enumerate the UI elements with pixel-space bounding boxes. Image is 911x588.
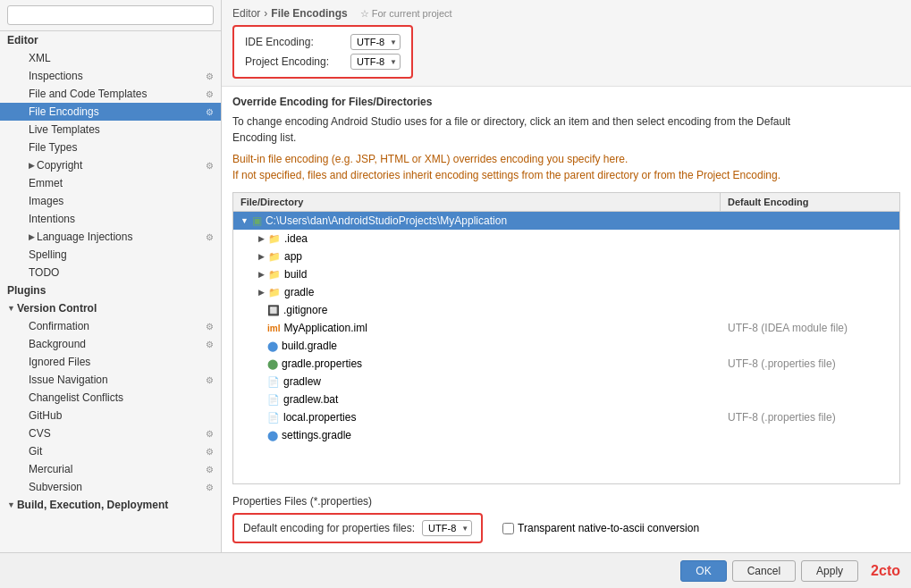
table-row[interactable]: ⬤ build.gradle — [233, 337, 899, 355]
table-row[interactable]: 🔲 .gitignore — [233, 301, 899, 319]
file-name: gradlew.bat — [283, 393, 338, 406]
plugins-section: Plugins — [0, 281, 221, 299]
sidebar-item-spelling[interactable]: Spelling — [0, 246, 221, 264]
build-arrow[interactable]: ▼ — [7, 500, 15, 509]
expand-icon[interactable]: ▼ — [240, 216, 249, 225]
lang-injections-arrow[interactable]: ▶ — [29, 232, 35, 241]
gradle-icon: ⬤ — [267, 340, 278, 352]
iml-icon: iml — [267, 323, 280, 333]
sidebar-item-copyright[interactable]: ▶Copyright⚙ — [0, 156, 221, 174]
sidebar-item-confirmation[interactable]: Confirmation⚙ — [0, 317, 221, 335]
sidebar-item-images[interactable]: Images — [0, 192, 221, 210]
table-row[interactable]: ▶ 📁 .idea — [233, 230, 899, 248]
ok-button[interactable]: OK — [680, 560, 726, 582]
sidebar-item-plugins[interactable]: Plugins — [0, 281, 221, 299]
bat-icon: 📄 — [267, 394, 280, 406]
file-name: .gitignore — [283, 304, 327, 316]
project-encoding-select[interactable]: UTF-8 — [350, 54, 401, 70]
table-header: File/Directory Default Encoding — [233, 193, 899, 212]
file-encoding — [721, 291, 899, 293]
table-row[interactable]: ▶ 📁 app — [233, 248, 899, 265]
sidebar-item-changelist-conflicts[interactable]: Changelist Conflicts — [0, 389, 221, 407]
sidebar-item-todo[interactable]: TODO — [0, 264, 221, 281]
version-control-section: ▼Version Control Confirmation⚙ Backgroun… — [0, 299, 221, 496]
file-name: build.gradle — [282, 340, 337, 352]
sidebar-item-issue-navigation[interactable]: Issue Navigation⚙ — [0, 371, 221, 389]
encoding-settings-box: IDE Encoding: UTF-8 Project Encoding: UT… — [232, 25, 413, 79]
table-row[interactable]: ⬤ settings.gradle — [233, 426, 899, 444]
file-encoding — [721, 345, 899, 347]
transparent-conversion-label: Transparent native-to-ascii conversion — [518, 522, 699, 534]
expand-icon[interactable]: ▶ — [258, 270, 265, 279]
search-input[interactable] — [7, 5, 214, 25]
cancel-button[interactable]: Cancel — [732, 560, 796, 582]
sidebar-item-editor[interactable]: Editor — [0, 31, 221, 49]
ide-encoding-row: IDE Encoding: UTF-8 — [245, 34, 401, 50]
transparent-conversion-row: Transparent native-to-ascii conversion — [502, 522, 699, 534]
sidebar-item-file-types[interactable]: File Types — [0, 139, 221, 156]
expand-icon[interactable]: ▶ — [258, 234, 265, 243]
search-box[interactable] — [0, 0, 221, 31]
table-row[interactable]: 📄 local.properties UTF-8 (.properties fi… — [233, 408, 899, 426]
apply-button[interactable]: Apply — [801, 560, 858, 582]
vc-arrow[interactable]: ▼ — [7, 304, 15, 313]
table-row[interactable]: ▶ 📁 gradle — [233, 283, 899, 301]
file-name: settings.gradle — [282, 429, 351, 441]
file-name: app — [284, 250, 302, 263]
file-encoding: UTF-8 (IDEA module file) — [721, 321, 899, 335]
table-row[interactable]: ▼ ▣ C:\Users\dan\AndroidStudioProjects\M… — [233, 212, 899, 230]
table-row[interactable]: iml MyApplication.iml UTF-8 (IDEA module… — [233, 319, 899, 337]
file-name: build — [284, 268, 307, 281]
transparent-conversion-checkbox[interactable] — [502, 523, 514, 534]
editor-label: Editor — [7, 34, 38, 46]
ide-encoding-select-wrapper[interactable]: UTF-8 — [350, 34, 401, 50]
props-encoding-select-wrapper[interactable]: UTF-8 — [422, 520, 472, 536]
sidebar-item-inspections[interactable]: Inspections⚙ — [0, 67, 221, 85]
sidebar-item-file-code-templates[interactable]: File and Code Templates⚙ — [0, 85, 221, 103]
table-row[interactable]: 📄 gradlew — [233, 373, 899, 391]
expand-icon[interactable]: ▶ — [258, 252, 265, 261]
props-encoding-select[interactable]: UTF-8 — [422, 520, 472, 536]
breadcrumb: Editor › File Encodings ☆ For current pr… — [232, 7, 900, 20]
project-encoding-label: Project Encoding: — [245, 55, 343, 68]
folder-icon: 📁 — [268, 269, 281, 281]
ide-encoding-select[interactable]: UTF-8 — [350, 34, 401, 50]
gradlew-icon: 📄 — [267, 376, 280, 388]
content-header: Editor › File Encodings ☆ For current pr… — [222, 0, 911, 87]
table-row[interactable]: ⬤ gradle.properties UTF-8 (.properties f… — [233, 355, 899, 373]
file-name: C:\Users\dan\AndroidStudioProjects\MyApp… — [266, 214, 507, 227]
sidebar-item-emmet[interactable]: Emmet — [0, 174, 221, 192]
project-encoding-row: Project Encoding: UTF-8 — [245, 54, 401, 70]
project-encoding-select-wrapper[interactable]: UTF-8 — [350, 54, 401, 70]
sidebar-item-intentions[interactable]: Intentions — [0, 210, 221, 228]
sidebar-item-subversion[interactable]: Subversion⚙ — [0, 478, 221, 496]
sidebar-item-file-encodings[interactable]: File Encodings⚙ — [0, 103, 221, 121]
sidebar-item-live-templates[interactable]: Live Templates — [0, 121, 221, 139]
file-encoding — [721, 309, 899, 311]
sidebar-item-mercurial[interactable]: Mercurial⚙ — [0, 460, 221, 478]
folder-icon: ▣ — [252, 214, 262, 227]
properties-encoding-box: Default encoding for properties files: U… — [232, 513, 483, 543]
sidebar-item-ignored-files[interactable]: Ignored Files — [0, 353, 221, 371]
sidebar-item-github[interactable]: GitHub — [0, 407, 221, 424]
build-section: ▼Build, Execution, Deployment — [0, 496, 221, 514]
ide-encoding-label: IDE Encoding: — [245, 36, 343, 48]
sidebar-item-build[interactable]: ▼Build, Execution, Deployment — [0, 496, 221, 514]
sidebar-item-git[interactable]: Git⚙ — [0, 442, 221, 460]
file-name: .idea — [284, 232, 308, 245]
breadcrumb-parent: Editor — [232, 7, 260, 20]
expand-icon[interactable]: ▶ — [258, 288, 265, 297]
sidebar-item-version-control[interactable]: ▼Version Control — [0, 299, 221, 317]
file-name: MyApplication.iml — [283, 322, 367, 334]
sidebar-item-background[interactable]: Background⚙ — [0, 335, 221, 353]
copyright-arrow[interactable]: ▶ — [29, 161, 35, 170]
table-row[interactable]: 📄 gradlew.bat — [233, 391, 899, 408]
props-encoding-label: Default encoding for properties files: — [243, 522, 415, 534]
table-row[interactable]: ▶ 📁 build — [233, 265, 899, 283]
sidebar-item-lang-injections[interactable]: ▶Language Injections⚙ — [0, 228, 221, 246]
sidebar-item-xml[interactable]: XML — [0, 49, 221, 67]
folder-icon: 📁 — [268, 251, 281, 263]
file-encoding — [721, 238, 899, 239]
file-table-body: ▼ ▣ C:\Users\dan\AndroidStudioProjects\M… — [233, 212, 899, 483]
sidebar-item-cvs[interactable]: CVS⚙ — [0, 424, 221, 442]
